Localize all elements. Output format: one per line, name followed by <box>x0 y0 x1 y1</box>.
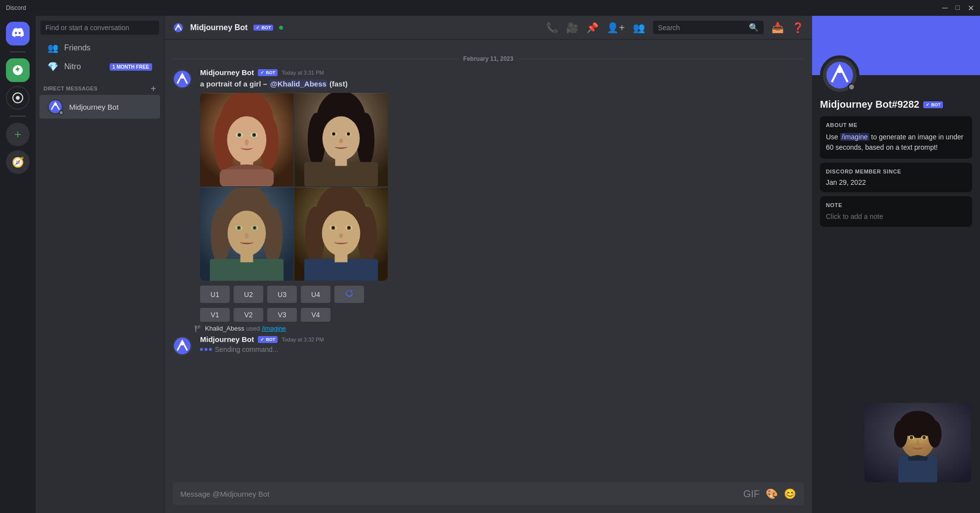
maximize-btn[interactable]: □ <box>956 3 960 13</box>
svg-point-34 <box>339 138 343 143</box>
title-bar-controls[interactable]: ─ □ ✕ <box>942 3 974 13</box>
gif-icon[interactable]: GIF <box>743 488 760 500</box>
u1-button[interactable]: U1 <box>200 286 230 303</box>
dm-user-name: Midjourney Bot <box>69 103 119 111</box>
message-2-bot-badge: ✓ BOT <box>258 336 278 343</box>
call-icon[interactable]: 📞 <box>546 22 558 34</box>
profile-status-indicator <box>848 83 856 91</box>
date-divider: February 11, 2023 <box>164 47 812 66</box>
message-1-author: Midjourney Bot <box>200 68 254 77</box>
date-divider-text: February 11, 2023 <box>463 55 513 62</box>
image-top-left[interactable] <box>200 93 293 186</box>
v4-button[interactable]: V4 <box>301 308 330 322</box>
nitro-label: Nitro <box>64 62 81 71</box>
svg-point-46 <box>238 227 240 229</box>
sticker-icon[interactable]: 🎨 <box>766 488 778 500</box>
friends-nav-item[interactable]: 👥 Friends <box>40 39 160 57</box>
server-icon-ai[interactable] <box>6 86 30 110</box>
add-server-btn[interactable]: + <box>6 123 30 146</box>
friends-label: Friends <box>64 43 90 52</box>
note-title: NOTE <box>826 202 966 208</box>
svg-point-78 <box>922 436 926 439</box>
imagine-cmd-highlight: /imagine <box>840 133 869 141</box>
server-icon-1[interactable] <box>6 58 30 82</box>
pin-icon[interactable]: 📌 <box>586 22 599 34</box>
close-btn[interactable]: ✕ <box>968 3 974 13</box>
channel-header-actions: 📞 🎥 📌 👤+ 👥 🔍 📥 ❓ <box>546 21 804 34</box>
message-1-avatar <box>172 69 192 89</box>
webcam-overlay <box>863 402 972 483</box>
members-icon[interactable]: 👥 <box>633 22 645 34</box>
image-bottom-right[interactable] <box>294 187 388 281</box>
mention-khalid: @Khalid_Abess <box>269 80 327 88</box>
channel-area: Midjourney Bot ✓ BOT 📞 🎥 📌 👤+ 👥 🔍 📥 ❓ <box>164 16 812 513</box>
svg-rect-63 <box>335 252 348 262</box>
imagine-command-link[interactable]: /imagine <box>262 325 286 332</box>
channel-status-dot <box>279 26 283 30</box>
v1-button[interactable]: V1 <box>200 308 230 322</box>
svg-point-32 <box>333 133 334 134</box>
sub-message-used-imagine: 🏴 Khalid_Abess used /imagine <box>164 324 812 333</box>
dm-section-header: DIRECT MESSAGES + <box>36 76 164 95</box>
friends-icon: 👥 <box>47 43 58 53</box>
explore-servers-btn[interactable]: 🧭 <box>6 150 30 174</box>
svg-point-39 <box>263 207 283 264</box>
profile-bot-badge: ✓ BOT <box>923 101 943 108</box>
svg-point-47 <box>254 227 256 229</box>
channel-search-input[interactable] <box>658 24 746 32</box>
dm-search-input[interactable] <box>41 21 159 35</box>
dm-user-midjourney[interactable]: Midjourney Bot <box>40 95 160 119</box>
u2-button[interactable]: U2 <box>234 286 263 303</box>
u4-button[interactable]: U4 <box>301 286 330 303</box>
svg-point-77 <box>910 436 913 439</box>
svg-point-38 <box>211 207 231 264</box>
dm-sidebar: 👥 Friends 💎 Nitro 1 MONTH FREE DIRECT ME… <box>36 16 164 513</box>
discord-home-icon[interactable] <box>6 22 30 45</box>
message-2-author: Midjourney Bot <box>200 335 254 343</box>
svg-rect-21 <box>220 169 274 186</box>
messages-area[interactable]: February 11, 2023 Midjourney Bot <box>164 40 812 482</box>
v3-button[interactable]: V3 <box>267 308 297 322</box>
message-2-header: Midjourney Bot ✓ BOT Today at 3:32 PM <box>200 335 804 343</box>
v2-button[interactable]: V2 <box>234 308 263 322</box>
profile-avatar-large <box>820 55 859 95</box>
minimize-btn[interactable]: ─ <box>942 3 947 13</box>
add-friend-icon[interactable]: 👤+ <box>607 22 625 34</box>
member-since-date: Jan 29, 2022 <box>826 178 966 186</box>
inbox-icon[interactable]: 📥 <box>772 22 784 34</box>
image-top-right[interactable] <box>294 93 388 186</box>
emoji-icon[interactable]: 😊 <box>784 488 796 500</box>
profile-content: Midjourney Bot#9282 ✓ BOT ABOUT ME Use /… <box>812 75 980 239</box>
channel-search-box[interactable]: 🔍 <box>653 21 764 34</box>
dot-2 <box>204 348 207 351</box>
message-input-box: GIF 🎨 😊 <box>172 482 804 505</box>
message-1-header: Midjourney Bot ✓ BOT Today at 3:31 PM <box>200 68 804 77</box>
message-1-bot-badge: ✓ BOT <box>258 69 278 76</box>
image-grid[interactable] <box>200 93 388 281</box>
message-2-avatar <box>172 336 192 356</box>
profile-banner <box>812 16 980 75</box>
svg-point-4 <box>177 25 180 27</box>
refresh-button[interactable] <box>334 286 364 303</box>
svg-point-33 <box>348 133 349 134</box>
message-2: Midjourney Bot ✓ BOT Today at 3:32 PM <box>164 333 812 358</box>
video-icon[interactable]: 🎥 <box>566 22 578 34</box>
message-1-text: a portrait of a girl – @Khalid_Abess (fa… <box>200 79 804 89</box>
message-input[interactable] <box>180 490 737 498</box>
title-bar: Discord ─ □ ✕ <box>0 0 980 16</box>
image-bottom-left[interactable] <box>200 187 293 281</box>
note-input[interactable] <box>826 213 966 220</box>
action-buttons-row2: V1 V2 V3 V4 <box>200 308 804 322</box>
midjourney-avatar <box>47 99 63 115</box>
nitro-icon: 💎 <box>47 61 58 72</box>
add-dm-button[interactable]: + <box>151 84 156 93</box>
svg-point-74 <box>928 421 941 448</box>
message-2-time: Today at 3:32 PM <box>282 337 324 342</box>
u3-button[interactable]: U3 <box>267 286 297 303</box>
message-input-area: GIF 🎨 😊 <box>164 482 812 513</box>
help-icon[interactable]: ❓ <box>792 22 804 34</box>
svg-point-67 <box>837 67 843 73</box>
nitro-nav-item[interactable]: 💎 Nitro 1 MONTH FREE <box>40 57 160 76</box>
svg-rect-49 <box>241 252 253 262</box>
svg-point-61 <box>348 227 350 229</box>
